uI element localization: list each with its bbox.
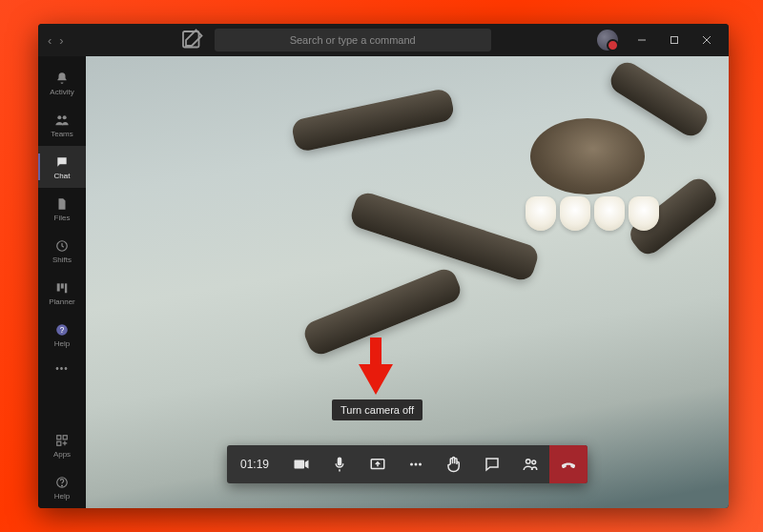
svg-point-20 xyxy=(526,460,531,464)
share-screen-icon xyxy=(369,456,386,473)
rail-item-label: Shifts xyxy=(52,256,72,264)
svg-point-18 xyxy=(415,463,418,466)
tooltip-text: Turn camera off xyxy=(340,404,414,416)
rail-item-label: Files xyxy=(54,214,71,222)
shifts-icon xyxy=(55,239,69,253)
planner-icon xyxy=(55,281,69,295)
more-button[interactable] xyxy=(397,445,435,483)
raise-hand-button[interactable] xyxy=(435,445,473,483)
people-icon xyxy=(54,113,70,127)
titlebar: ‹ › Search or type a command xyxy=(38,24,729,56)
camera-button[interactable] xyxy=(282,445,320,483)
svg-rect-12 xyxy=(63,435,67,439)
rail-item-label: Help xyxy=(54,339,70,348)
minimize-icon xyxy=(637,35,647,45)
rail-planner[interactable]: Planner xyxy=(38,272,86,314)
hangup-icon xyxy=(560,456,577,473)
rail-teams[interactable]: Teams xyxy=(38,104,86,146)
call-controls: 01:19 xyxy=(227,445,588,483)
nav-arrows: ‹ › xyxy=(48,33,75,48)
raise-hand-icon xyxy=(445,456,463,473)
more-icon xyxy=(407,456,424,473)
camera-tooltip: Turn camera off xyxy=(332,399,423,420)
bell-icon xyxy=(55,72,69,85)
close-icon xyxy=(702,35,711,45)
people-icon xyxy=(522,456,539,473)
svg-point-19 xyxy=(419,463,422,466)
search-placeholder: Search or type a command xyxy=(290,34,416,46)
svg-point-17 xyxy=(410,463,413,466)
svg-rect-7 xyxy=(61,283,64,288)
svg-point-3 xyxy=(57,115,61,119)
mic-icon xyxy=(331,456,348,473)
rail-item-label: Chat xyxy=(54,172,71,180)
back-button[interactable]: ‹ xyxy=(48,33,52,48)
window-controls xyxy=(626,27,723,53)
rail-apps[interactable]: Apps xyxy=(38,424,86,466)
maximize-icon xyxy=(670,35,679,45)
help-circle-icon: ? xyxy=(55,323,69,337)
avatar[interactable] xyxy=(597,30,618,51)
ceiling-fan-illustration xyxy=(387,66,702,352)
svg-point-21 xyxy=(532,460,536,464)
chat-icon xyxy=(55,155,69,169)
call-timer-text: 01:19 xyxy=(240,458,269,471)
svg-rect-11 xyxy=(57,435,61,439)
maximize-button[interactable] xyxy=(658,27,691,53)
hangup-button[interactable] xyxy=(549,445,588,483)
svg-rect-13 xyxy=(57,441,61,445)
rail-help-bottom[interactable]: Help xyxy=(38,466,86,508)
share-button[interactable] xyxy=(359,445,397,483)
files-icon xyxy=(56,197,68,211)
svg-rect-6 xyxy=(57,283,60,291)
rail-item-label: Teams xyxy=(51,130,73,138)
rail-more[interactable]: ••• xyxy=(55,356,69,381)
svg-rect-8 xyxy=(65,283,67,293)
annotation-arrow xyxy=(359,338,393,395)
svg-point-15 xyxy=(62,485,63,486)
rail-files[interactable]: Files xyxy=(38,188,86,230)
close-button[interactable] xyxy=(691,27,723,53)
rail-activity[interactable]: Activity xyxy=(38,62,86,104)
help-circle-icon xyxy=(55,476,69,489)
svg-rect-2 xyxy=(671,37,678,44)
rail-item-label: Help xyxy=(54,492,70,501)
participants-button[interactable] xyxy=(511,445,549,483)
teams-window: ‹ › Search or type a command xyxy=(38,24,729,508)
apps-icon xyxy=(55,434,69,447)
rail-shifts[interactable]: Shifts xyxy=(38,230,86,272)
forward-button[interactable]: › xyxy=(59,33,63,48)
chat-icon xyxy=(484,456,501,473)
show-chat-button[interactable] xyxy=(473,445,511,483)
svg-point-4 xyxy=(63,115,67,119)
minimize-button[interactable] xyxy=(626,27,658,53)
rail-help-top[interactable]: ? Help xyxy=(38,314,86,356)
video-area: Turn camera off 01:19 xyxy=(86,56,729,508)
app-rail: Activity Teams Chat Files Shifts Planner xyxy=(38,56,86,508)
compose-icon xyxy=(180,29,203,51)
rail-item-label: Planner xyxy=(49,297,75,306)
rail-item-label: Activity xyxy=(50,88,73,96)
rail-item-label: Apps xyxy=(53,450,71,459)
svg-text:?: ? xyxy=(60,325,65,334)
search-input[interactable]: Search or type a command xyxy=(215,29,491,51)
camera-icon xyxy=(293,456,310,473)
new-chat-button[interactable] xyxy=(180,29,203,51)
rail-chat[interactable]: Chat xyxy=(38,146,86,188)
mic-button[interactable] xyxy=(320,445,359,483)
call-timer: 01:19 xyxy=(227,445,282,483)
